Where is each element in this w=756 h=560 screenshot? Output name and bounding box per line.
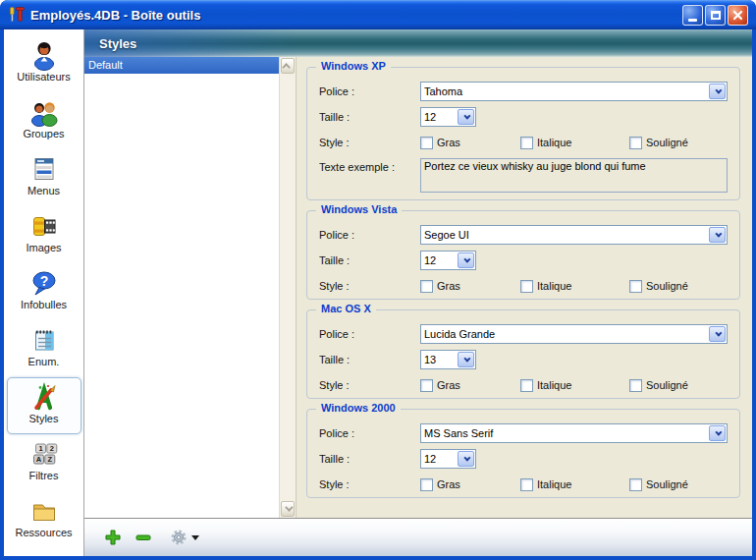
bold-label: Gras (437, 137, 460, 148)
menus-icon (28, 153, 60, 185)
sidebar-item-label: Ressources (8, 527, 81, 539)
underline-checkbox[interactable] (629, 478, 642, 491)
italic-label: Italique (537, 379, 571, 391)
notepad-icon (28, 324, 60, 356)
bottom-toolbar (84, 518, 752, 556)
minimize-icon (688, 19, 697, 22)
font-select-mac-os-x[interactable]: Lucida Grande (420, 324, 728, 344)
sidebar-item-menus[interactable]: Menus (7, 149, 81, 206)
close-icon (732, 10, 743, 21)
style-label: Style : (319, 280, 420, 292)
size-select-value: 12 (424, 254, 457, 266)
police-label: Police : (319, 229, 420, 241)
size-select-windows-xp[interactable]: 12 (420, 107, 476, 127)
users-icon (28, 39, 60, 71)
police-label: Police : (319, 85, 420, 97)
taille-label: Taille : (319, 453, 420, 465)
plus-icon (104, 529, 122, 546)
italic-checkbox[interactable] (520, 280, 533, 293)
italic-checkbox[interactable] (520, 137, 533, 149)
film-icon (28, 210, 60, 242)
font-select-value: Segoe UI (424, 229, 708, 241)
underline-checkbox[interactable] (629, 379, 642, 392)
size-select-windows-vista[interactable]: 12 (420, 251, 476, 270)
add-style-button[interactable] (102, 526, 124, 549)
bold-checkbox[interactable] (420, 379, 433, 392)
dropdown-button[interactable] (709, 84, 726, 99)
sidebar-item-infobulles[interactable]: ? Infobulles (7, 263, 81, 320)
scroll-up-button[interactable] (281, 58, 295, 74)
section-title: Windows Vista (316, 203, 402, 215)
bold-checkbox[interactable] (420, 478, 433, 491)
chevron-down-icon (463, 255, 470, 262)
chevron-down-icon (715, 230, 722, 237)
italic-label: Italique (537, 137, 571, 148)
font-select-windows-xp[interactable]: Tahoma (420, 82, 728, 101)
chevron-down-icon (715, 86, 722, 93)
chevron-down-icon (715, 428, 722, 435)
sidebar-item-groupes[interactable]: Groupes (7, 92, 81, 149)
panel-title: Styles (99, 36, 136, 51)
scroll-down-button[interactable] (281, 501, 295, 517)
font-select-value: Tahoma (424, 85, 708, 97)
minimize-button[interactable] (682, 5, 703, 26)
maximize-button[interactable] (705, 5, 726, 26)
dropdown-button[interactable] (458, 252, 474, 268)
underline-checkbox[interactable] (629, 280, 642, 293)
svg-text:A: A (35, 455, 41, 464)
style-label: Style : (319, 137, 420, 148)
sidebar-item-ressources[interactable]: Ressources (7, 491, 81, 548)
size-select-value: 13 (424, 354, 457, 365)
underline-checkbox[interactable] (629, 137, 642, 149)
dropdown-button[interactable] (458, 352, 474, 367)
bold-checkbox[interactable] (420, 137, 433, 149)
dropdown-button[interactable] (709, 425, 726, 441)
filter-keys-icon: 1 2 A Z (28, 438, 60, 470)
sidebar-item-enum[interactable]: Enum. (7, 320, 81, 377)
titlebar: Employés.4DB - Boîte outils (0, 0, 756, 29)
style-settings-panel: Windows XP Police : Tahoma Taille : 12 (296, 57, 752, 518)
taille-label: Taille : (319, 354, 420, 365)
sidebar-item-images[interactable]: Images (7, 206, 81, 263)
sidebar-item-styles[interactable]: Styles (7, 377, 81, 434)
middle-area: Default Windows XP Police : (84, 57, 752, 518)
underline-label: Souligné (646, 137, 688, 148)
dropdown-button[interactable] (709, 326, 726, 342)
size-select-windows-2000[interactable]: 12 (420, 449, 476, 469)
close-button[interactable] (728, 5, 748, 26)
italic-checkbox[interactable] (520, 478, 533, 491)
dropdown-button[interactable] (458, 109, 474, 125)
remove-style-button[interactable] (133, 526, 154, 549)
font-select-windows-vista[interactable]: Segoe UI (420, 225, 728, 245)
underline-label: Souligné (646, 280, 688, 292)
font-select-windows-2000[interactable]: MS Sans Serif (420, 423, 728, 443)
chevron-down-icon (463, 112, 470, 119)
toolbox-icon (8, 6, 26, 24)
dropdown-button[interactable] (458, 451, 474, 467)
underline-label: Souligné (646, 379, 688, 391)
folder-icon (28, 495, 60, 527)
window-body: Utilisateurs Groupes (4, 29, 752, 556)
options-menu-button[interactable] (170, 526, 199, 549)
bold-label: Gras (437, 478, 460, 490)
svg-text:Z: Z (47, 455, 52, 464)
size-select-value: 12 (424, 453, 457, 465)
style-label: Style : (319, 379, 420, 391)
bold-checkbox[interactable] (420, 280, 433, 293)
sidebar-item-utilisateurs[interactable]: Utilisateurs (7, 35, 81, 92)
dropdown-button[interactable] (709, 227, 726, 243)
chevron-up-icon (282, 63, 290, 71)
list-scrollbar[interactable] (279, 57, 296, 518)
sidebar-item-filtres[interactable]: 1 2 A Z Filtres (7, 434, 81, 491)
sample-text-box[interactable]: Portez ce vieux whisky au juge blond qui… (420, 158, 728, 193)
italic-checkbox[interactable] (520, 379, 533, 392)
chevron-down-icon (715, 329, 722, 336)
size-select-mac-os-x[interactable]: 13 (420, 350, 476, 369)
maximize-icon (711, 11, 721, 20)
section-windows-vista: Windows Vista Police : Segoe UI Taille : (306, 210, 740, 300)
taille-label: Taille : (319, 254, 420, 266)
list-item-default[interactable]: Default (84, 57, 279, 74)
sidebar-item-label: Menus (8, 185, 81, 197)
tooltip-bubble-icon: ? (28, 267, 60, 299)
sample-text-label: Texte exemple : (319, 158, 420, 173)
